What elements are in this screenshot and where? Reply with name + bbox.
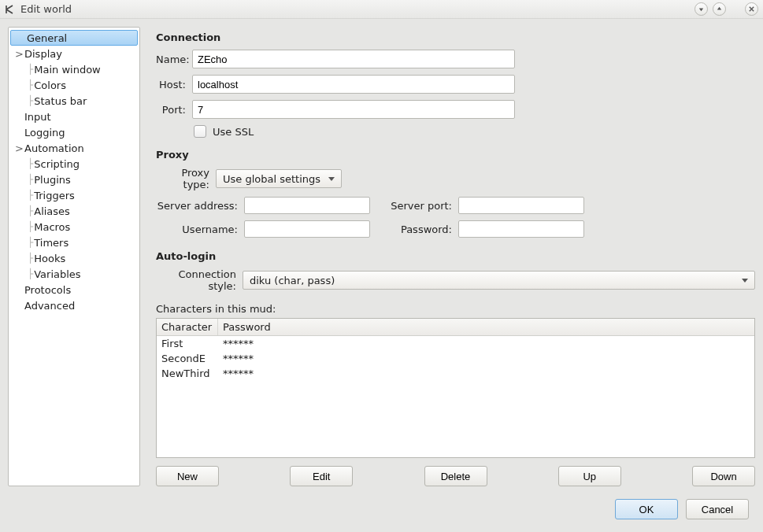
cell-password: ****** xyxy=(218,351,281,366)
proxy-type-label: Proxy type: xyxy=(156,167,216,190)
tree-item-label: Plugins xyxy=(34,174,71,186)
cell-password: ****** xyxy=(218,336,281,351)
tree-item[interactable]: ├ Status bar xyxy=(9,93,139,109)
tree-item[interactable]: ├ Main window xyxy=(9,61,139,77)
new-button[interactable]: New xyxy=(156,466,219,486)
cell-character: SecondE xyxy=(157,351,218,366)
maximize-button[interactable] xyxy=(713,2,726,16)
tree-item[interactable]: ├ Timers xyxy=(9,235,139,250)
minimize-button[interactable] xyxy=(694,2,708,16)
name-label: Name: xyxy=(156,54,192,65)
titlebar: Edit world xyxy=(0,0,763,19)
use-ssl-label: Use SSL xyxy=(213,126,254,138)
table-row[interactable]: First****** xyxy=(157,336,754,351)
up-button[interactable]: Up xyxy=(558,466,621,486)
col-character[interactable]: Character xyxy=(157,319,218,335)
tree-item-label: Scripting xyxy=(34,158,80,170)
tree-item-label: Logging xyxy=(24,127,65,139)
name-input[interactable] xyxy=(192,50,515,68)
use-ssl-checkbox[interactable] xyxy=(194,125,206,138)
tree-item[interactable]: >Display xyxy=(9,46,139,61)
tree-item[interactable]: ├ Aliases xyxy=(9,203,139,219)
characters-table-header: Character Password xyxy=(157,319,754,336)
tree-item-label: Input xyxy=(24,111,51,123)
tree-item[interactable]: ├ Colors xyxy=(9,77,139,93)
down-button[interactable]: Down xyxy=(692,466,755,486)
tree-item[interactable]: Protocols xyxy=(9,282,139,297)
col-password[interactable]: Password xyxy=(218,319,754,335)
cell-character: First xyxy=(157,336,218,351)
tree-item[interactable]: ├ Variables xyxy=(9,266,139,282)
tree-expand-icon: > xyxy=(15,48,23,60)
tree-item[interactable]: General xyxy=(10,30,138,46)
tree-item[interactable]: ├ Scripting xyxy=(9,156,139,172)
chevron-down-icon xyxy=(742,279,748,283)
cancel-button[interactable]: Cancel xyxy=(686,499,749,519)
proxy-heading: Proxy xyxy=(156,149,755,161)
tree-item-label: Protocols xyxy=(24,284,71,296)
proxy-server-addr-input[interactable] xyxy=(244,197,370,214)
category-tree[interactable]: General>Display├ Main window├ Colors├ St… xyxy=(8,27,140,486)
proxy-server-addr-label: Server address: xyxy=(156,200,238,212)
tree-item[interactable]: ├ Macros xyxy=(9,219,139,235)
edit-button[interactable]: Edit xyxy=(290,466,353,486)
main-panel: Connection Name: Host: Port: Use SSL xyxy=(156,27,755,486)
tree-item-label: Main window xyxy=(34,64,101,76)
tree-item[interactable]: >Automation xyxy=(9,140,139,156)
autologin-heading: Auto-login xyxy=(156,250,755,262)
characters-table[interactable]: Character Password First******SecondE***… xyxy=(156,318,755,458)
tree-item[interactable]: Logging xyxy=(9,124,139,140)
tree-item-label: Variables xyxy=(34,268,80,280)
tree-expand-icon: > xyxy=(15,142,23,154)
app-icon xyxy=(5,4,16,15)
host-label: Host: xyxy=(156,79,192,91)
proxy-type-value: Use global settings xyxy=(223,173,320,185)
tree-item-label: General xyxy=(27,32,67,44)
proxy-password-label: Password: xyxy=(376,224,452,235)
conn-style-value: diku (char, pass) xyxy=(250,275,335,286)
port-label: Port: xyxy=(156,104,192,116)
conn-style-select[interactable]: diku (char, pass) xyxy=(243,271,755,290)
proxy-server-port-input[interactable] xyxy=(458,197,584,214)
tree-item-label: Macros xyxy=(34,221,70,233)
table-row[interactable]: SecondE****** xyxy=(157,351,754,366)
chevron-down-icon xyxy=(328,177,335,181)
tree-item[interactable]: ├ Hooks xyxy=(9,250,139,266)
proxy-server-port-label: Server port: xyxy=(376,200,452,212)
ok-button[interactable]: OK xyxy=(615,499,678,519)
tree-item[interactable]: Advanced xyxy=(9,297,139,313)
tree-item[interactable]: ├ Triggers xyxy=(9,187,139,203)
window-title: Edit world xyxy=(20,3,72,15)
tree-item-label: Status bar xyxy=(34,95,87,107)
conn-style-label: Connection style: xyxy=(156,268,243,292)
proxy-username-label: Username: xyxy=(156,224,238,235)
characters-label: Characters in this mud: xyxy=(156,303,755,315)
tree-item-label: Triggers xyxy=(34,190,75,201)
tree-item-label: Timers xyxy=(34,237,69,249)
connection-heading: Connection xyxy=(156,31,755,43)
cell-password: ****** xyxy=(218,366,281,381)
tree-item[interactable]: ├ Plugins xyxy=(9,172,139,187)
proxy-password-input[interactable] xyxy=(458,220,584,238)
host-input[interactable] xyxy=(192,75,515,94)
tree-item-label: Advanced xyxy=(24,300,75,312)
close-button[interactable] xyxy=(745,2,758,16)
delete-button[interactable]: Delete xyxy=(424,466,487,486)
tree-item-label: Automation xyxy=(24,142,84,154)
tree-item-label: Aliases xyxy=(34,205,70,217)
tree-item-label: Colors xyxy=(34,79,66,91)
proxy-username-input[interactable] xyxy=(244,220,370,238)
tree-item-label: Display xyxy=(24,48,62,60)
proxy-type-select[interactable]: Use global settings xyxy=(216,169,342,188)
port-input[interactable] xyxy=(192,100,515,119)
tree-item[interactable]: Input xyxy=(9,109,139,124)
tree-item-label: Hooks xyxy=(34,253,65,264)
table-row[interactable]: NewThird****** xyxy=(157,366,754,381)
cell-character: NewThird xyxy=(157,366,218,381)
